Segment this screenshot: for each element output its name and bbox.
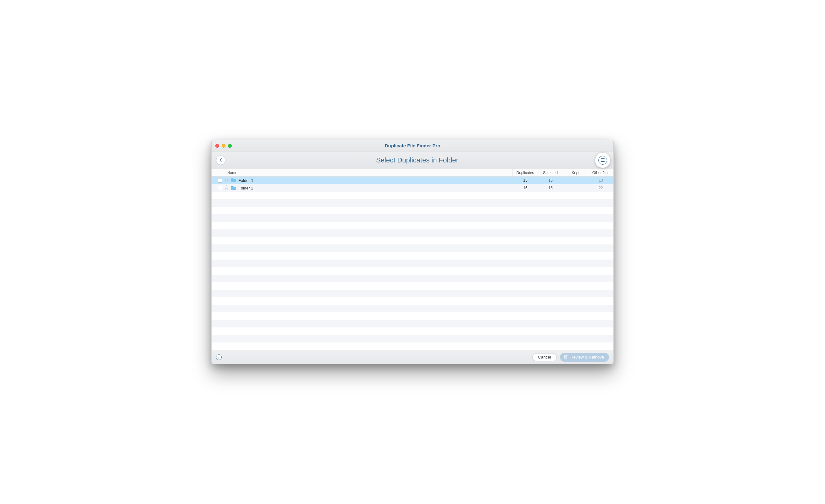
page-title: Select Duplicates in Folder <box>225 156 609 164</box>
review-remove-label: Review & Remove <box>570 355 604 359</box>
table-row[interactable]: Folder 1 15 15 13 <box>212 177 613 184</box>
row-selected: 15 <box>538 186 563 190</box>
row-selected: 15 <box>538 178 563 183</box>
empty-row <box>212 305 613 312</box>
svg-rect-0 <box>231 179 236 182</box>
hamburger-icon <box>601 158 605 162</box>
maximize-window-button[interactable] <box>228 144 232 148</box>
folder-icon <box>231 186 236 190</box>
empty-row <box>212 192 613 199</box>
column-header-selected[interactable]: Selected <box>538 169 563 176</box>
svg-rect-1 <box>231 187 236 190</box>
info-icon: i <box>219 355 219 359</box>
chevron-left-icon <box>219 158 222 162</box>
empty-row <box>212 312 613 320</box>
footer: i Cancel Review & Remove <box>212 350 613 364</box>
toolbar: Select Duplicates in Folder <box>212 152 613 169</box>
titlebar: Duplicate File Finder Pro <box>212 140 613 152</box>
column-header-name[interactable]: Name <box>212 169 513 176</box>
empty-row <box>212 297 613 305</box>
row-other: 13 <box>588 178 613 183</box>
info-button[interactable]: i <box>216 354 222 360</box>
row-name: Folder 1 <box>238 178 253 183</box>
empty-row <box>212 237 613 244</box>
empty-row <box>212 335 613 342</box>
menu-button-highlight <box>595 153 610 168</box>
empty-row <box>212 207 613 214</box>
cancel-button[interactable]: Cancel <box>532 353 557 361</box>
table-header: Name Duplicates Selected Kept Other file… <box>212 169 613 177</box>
folder-icon <box>231 178 236 183</box>
row-checkbox[interactable] <box>218 178 222 183</box>
empty-row <box>212 244 613 252</box>
back-button[interactable] <box>216 156 225 165</box>
menu-button[interactable] <box>598 156 607 165</box>
empty-row <box>212 282 613 290</box>
table-body: Folder 1 15 15 13 Folder 2 15 15 22 <box>212 177 613 350</box>
empty-row <box>212 320 613 327</box>
empty-row <box>212 275 613 282</box>
minimize-window-button[interactable] <box>222 144 225 148</box>
empty-row <box>212 199 613 207</box>
row-duplicates: 15 <box>513 186 538 190</box>
row-name: Folder 2 <box>238 186 253 190</box>
empty-row <box>212 327 613 335</box>
table-row[interactable]: Folder 2 15 15 22 <box>212 184 613 192</box>
empty-row <box>212 229 613 237</box>
empty-row <box>212 222 613 229</box>
empty-row <box>212 252 613 260</box>
app-window: Duplicate File Finder Pro Select Duplica… <box>211 140 614 364</box>
row-other: 22 <box>588 186 613 190</box>
column-header-duplicates[interactable]: Duplicates <box>513 169 538 176</box>
review-remove-button[interactable]: Review & Remove <box>560 353 609 362</box>
trash-icon <box>564 355 568 359</box>
empty-row <box>212 260 613 267</box>
column-header-kept[interactable]: Kept <box>563 169 588 176</box>
empty-row <box>212 290 613 297</box>
column-header-other[interactable]: Other files <box>588 169 613 176</box>
empty-row <box>212 267 613 275</box>
empty-row <box>212 214 613 222</box>
star-icon[interactable] <box>224 177 229 183</box>
empty-row <box>212 342 613 350</box>
row-duplicates: 15 <box>513 178 538 183</box>
app-title: Duplicate File Finder Pro <box>215 143 610 148</box>
star-icon[interactable] <box>224 185 229 191</box>
window-controls <box>215 144 232 148</box>
close-window-button[interactable] <box>215 144 219 148</box>
row-checkbox[interactable] <box>218 186 222 190</box>
